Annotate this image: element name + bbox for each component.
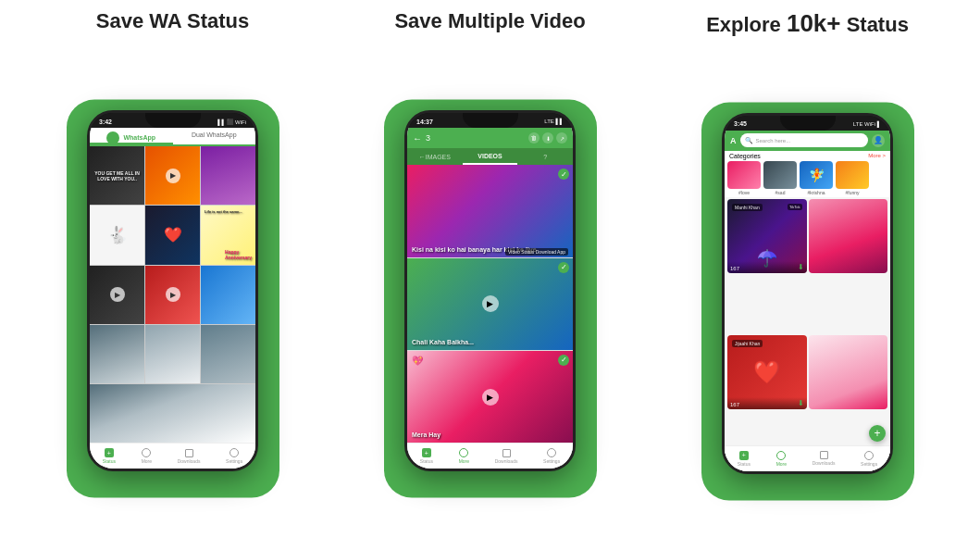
phone2-actions: 🗑 ⬇ ↗ (528, 132, 567, 144)
tiktok-tag: TikTok (788, 204, 801, 210)
nav-downloads-1[interactable]: Downloads (178, 449, 201, 464)
user-icon[interactable]: 👤 (872, 134, 885, 147)
translate-icon: A (730, 136, 737, 145)
nav-status-1[interactable]: + Status (103, 448, 116, 464)
phone2-count: 3 (426, 133, 525, 143)
phone3-search-bar: A 🔍 Search here... 👤 (725, 131, 890, 151)
phone1-notch (145, 113, 201, 128)
phone2-delete-btn[interactable]: 🗑 (528, 132, 540, 144)
phone2-screen: ← 3 🗑 ⬇ ↗ ← IMAGES VIDEOS ? (407, 128, 573, 469)
cat-love-label: #love (738, 190, 750, 195)
phone1-tab-dual[interactable]: Dual WhatsApp (173, 128, 256, 144)
grid-cell-13 (90, 384, 255, 443)
heart-emoji: 💖 (412, 356, 423, 366)
more-nav-icon-2 (459, 448, 468, 457)
phone2-back-btn[interactable]: ← (413, 133, 422, 144)
cat-funny[interactable]: #funny (836, 161, 869, 195)
phone1-grid: YOU GET ME ALL IN LOVE WITH YOU.. ▶ 🐇 (90, 146, 255, 443)
cat-love[interactable]: #love (727, 161, 761, 195)
nav-settings-1[interactable]: Settings (226, 448, 242, 464)
downloads-nav-icon-3 (820, 451, 828, 459)
name-tag-1: Manhi Khan (732, 204, 763, 211)
cat-funny-label: #funny (845, 190, 859, 195)
video3-check: ✓ (558, 355, 569, 366)
phone1-status-icons: ▌▌ ⬛ WiFi (217, 119, 246, 125)
grid-item-2[interactable] (809, 199, 888, 273)
phone2-share-btn[interactable]: ↗ (556, 132, 567, 144)
phone3-notch (780, 116, 836, 131)
grid-cell-11 (145, 325, 200, 383)
phone1-wrapper: 3:42 ▌▌ ⬛ WiFi WhatsApp Dual WhatsApp (19, 41, 327, 541)
phone3-bottom-nav: + Status More Downloads (725, 445, 890, 471)
nav-status-3[interactable]: + Status (738, 451, 751, 467)
download-icon-3: ⬇ (798, 399, 804, 407)
heart-big: ❤️ (753, 359, 781, 385)
phone1-tabs: WhatsApp Dual WhatsApp (90, 128, 255, 146)
phone2-bottom-nav: + Status More Downloads (407, 443, 573, 469)
more-nav-icon-3 (776, 451, 786, 460)
video2-text: Chali Kaha Balkha... (412, 339, 474, 345)
phone3-status-icons: LTE WiFi ▌ (853, 121, 881, 127)
phone1-bottom-nav: + Status More Downloads (90, 443, 255, 469)
nav-downloads-2[interactable]: Downloads (495, 449, 518, 464)
categories-header: Categories More > (725, 151, 890, 161)
settings-nav-icon (229, 448, 239, 457)
grid-cell-2: ▶ (145, 146, 200, 205)
cat-sad[interactable]: #sad (763, 161, 797, 195)
nav-more-3[interactable]: More (776, 451, 787, 467)
grid-cell-3 (201, 146, 255, 205)
nav-status-2[interactable]: + Status (420, 448, 433, 464)
grid-overlay-1: 167 ⬇ (727, 261, 807, 273)
nav-downloads-3[interactable]: Downloads (813, 451, 836, 466)
phone3-wrapper: 3:45 LTE WiFi ▌ A 🔍 Search here... 👤 (653, 45, 961, 541)
video-status-badge-1: Video Status Download App (505, 248, 568, 256)
phone2-notch (463, 113, 518, 128)
video2-play[interactable]: ▶ (482, 295, 499, 312)
phone3-fab[interactable]: + (869, 425, 886, 442)
phone2-tab-videos[interactable]: VIDEOS (463, 148, 518, 165)
phone3-screen: A 🔍 Search here... 👤 Categories More > (725, 131, 890, 471)
play-icon-3: ▶ (166, 287, 180, 302)
status-nav-icon-2: + (422, 448, 431, 457)
phone2-download-btn[interactable]: ⬇ (542, 132, 553, 144)
main-container: Save WA Status 3:42 ▌▌ ⬛ WiFi WhatsApp (0, 0, 980, 550)
video3-play[interactable]: ▶ (482, 389, 499, 406)
grid-cell-10 (90, 325, 144, 383)
grid-cell-5: ❤️ (145, 206, 200, 264)
phone1-tab-whatsapp[interactable]: WhatsApp (90, 128, 173, 144)
phone2-tabs: ← IMAGES VIDEOS ? (407, 148, 573, 165)
phone2-tab-images[interactable]: ← IMAGES (407, 148, 463, 165)
search-placeholder: Search here... (756, 138, 791, 144)
more-link[interactable]: More > (868, 153, 886, 158)
grid-overlay-3: 167 ⬇ (727, 397, 807, 409)
section1-title-text: Save WA Status (96, 9, 249, 32)
grid-item-1[interactable]: Manhi Khan TikTok ☂️ 167 ⬇ (727, 199, 807, 273)
nav-more-1[interactable]: More (142, 448, 152, 464)
grid-item-3[interactable]: ❤️ Jijaahi Khan 167 ⬇ (727, 335, 807, 409)
phone2-frame: 14:37 LTE ▌▌ ← 3 🗑 ⬇ ↗ ← IMAGES (404, 110, 576, 471)
nav-settings-2[interactable]: Settings (543, 448, 560, 464)
grid-item-4[interactable] (809, 335, 888, 409)
phone1-time: 3:42 (99, 119, 112, 125)
phone2-time: 14:37 (416, 119, 433, 125)
phone2-tab-help[interactable]: ? (517, 148, 573, 165)
video1-check: ✓ (558, 169, 569, 180)
play-icon-2: ▶ (110, 287, 125, 302)
nav-settings-3[interactable]: Settings (861, 451, 877, 467)
settings-nav-icon-2 (547, 448, 556, 457)
grid-cell-7: ▶ (90, 266, 144, 324)
phone2-video-2: Chali Kaha Balkha... ✓ ▶ (407, 258, 573, 350)
nav-more-2[interactable]: More (459, 448, 469, 464)
phone3-time: 3:45 (734, 120, 747, 127)
video3-text: Mera Hay (412, 431, 440, 438)
phone2-content: Kisi na kisi ko hai banaya har kisi ke l… (407, 165, 573, 443)
cat-love-thumb (727, 161, 761, 189)
more-nav-icon (142, 448, 151, 457)
phone3-search-input[interactable]: 🔍 Search here... (740, 133, 869, 147)
phone3-grid: Manhi Khan TikTok ☂️ 167 ⬇ (725, 197, 890, 471)
cat-krishna-thumb: 🧚 (800, 161, 833, 189)
count-2: 167 (730, 402, 739, 407)
phone2-video-1: Kisi na kisi ko hai banaya har kisi ke l… (407, 165, 573, 256)
cat-sad-label: #sad (775, 190, 786, 195)
cat-krishna[interactable]: 🧚 #krishna (800, 161, 833, 195)
